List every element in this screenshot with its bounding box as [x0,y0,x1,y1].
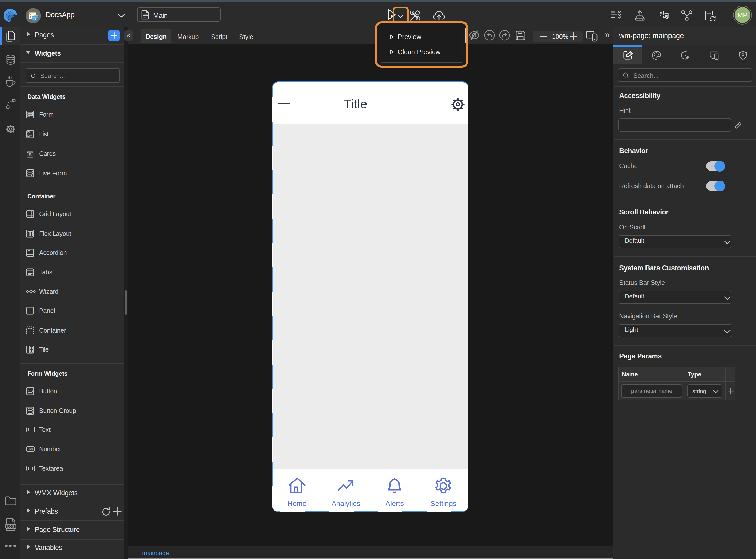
svg-text:123: 123 [29,448,33,451]
svg-text:LOG: LOG [7,525,14,528]
